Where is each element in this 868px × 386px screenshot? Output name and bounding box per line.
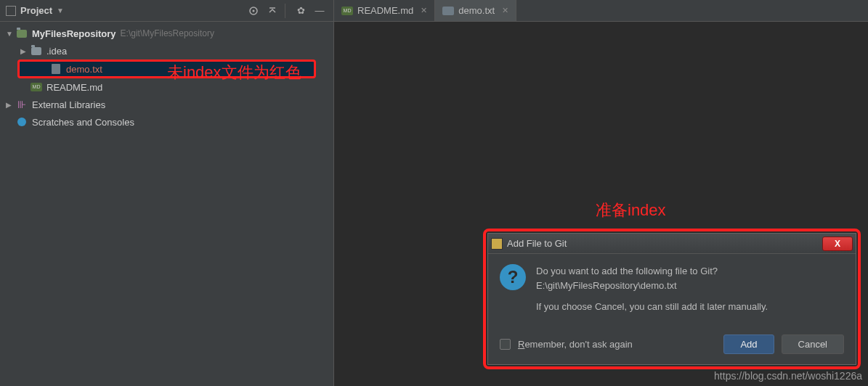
file-icon [50, 63, 62, 75]
dialog-body: ? Do you want to add the following file … [488, 254, 856, 329]
tree-item-label: README.md [46, 82, 102, 93]
watermark: https://blog.csdn.net/woshi1226a [714, 370, 862, 382]
md-file-icon: MD [341, 7, 353, 15]
tree-external-libs[interactable]: ▶ ⊪ External Libraries [0, 96, 333, 113]
tree-scratches[interactable]: ▶ Scratches and Consoles [0, 113, 333, 131]
annotation-right: 准备index [596, 200, 666, 221]
close-tab-icon[interactable]: ✕ [421, 6, 427, 15]
project-folder-icon [16, 28, 28, 39]
dialog-title: Add File to Git [507, 238, 822, 249]
project-panel-title[interactable]: Project [20, 5, 52, 16]
tab-readme[interactable]: MD README.md ✕ [334, 0, 435, 21]
dialog-footer: Remember, don't ask again Add Cancel [488, 329, 856, 364]
tab-demo[interactable]: demo.txt ✕ [435, 0, 516, 21]
dialog-message: Do you want to add the following file to… [536, 264, 768, 321]
file-icon [442, 7, 454, 15]
collapse-icon[interactable] [264, 3, 280, 19]
locate-icon[interactable] [246, 3, 261, 19]
folder-icon [31, 45, 42, 57]
library-icon: ⊪ [16, 99, 28, 110]
dialog-titlebar[interactable]: Add File to Git X [488, 234, 856, 254]
app-icon [491, 238, 503, 250]
tree-root-name: MyFilesRepository [32, 28, 116, 39]
dialog-highlight-frame: Add File to Git X ? Do you want to add t… [483, 229, 861, 369]
expand-arrow-icon[interactable]: ▶ [6, 101, 13, 109]
add-button[interactable]: Add [723, 334, 774, 354]
cancel-button[interactable]: Cancel [782, 334, 844, 354]
tree-item-label: Scratches and Consoles [32, 117, 134, 128]
question-icon: ? [500, 264, 526, 290]
svg-point-1 [253, 9, 255, 12]
remember-checkbox[interactable] [500, 339, 511, 350]
chevron-down-icon[interactable]: ▼ [57, 7, 64, 15]
close-tab-icon[interactable]: ✕ [502, 6, 508, 15]
close-icon[interactable]: X [822, 237, 853, 251]
scratch-icon [16, 116, 28, 128]
project-sidebar: Project ▼ ✿ — ▼ MyFilesRepository E:\git… [0, 0, 334, 386]
add-file-dialog: Add File to Git X ? Do you want to add t… [487, 233, 856, 365]
annotation-left: 未index文件为红色 [167, 62, 301, 83]
md-file-icon: MD [31, 81, 42, 93]
tree-folder-idea[interactable]: ▶ .idea [0, 42, 333, 59]
sidebar-header: Project ▼ ✿ — [0, 0, 333, 22]
remember-label[interactable]: Remember, don't ask again [518, 339, 716, 350]
tree-item-label: External Libraries [32, 99, 105, 110]
expand-arrow-icon[interactable]: ▶ [20, 47, 28, 55]
expand-arrow-icon[interactable]: ▼ [6, 30, 13, 38]
tree-root-path: E:\git\MyFilesRepository [121, 28, 214, 38]
tab-label: demo.txt [458, 5, 495, 16]
gear-icon[interactable]: ✿ [293, 3, 309, 19]
project-panel-icon [6, 6, 16, 16]
tree-item-label: demo.txt [66, 64, 102, 75]
tree-item-label: .idea [46, 46, 67, 57]
tab-label: README.md [357, 5, 413, 16]
minimize-icon[interactable]: — [312, 3, 328, 19]
editor-tabs: MD README.md ✕ demo.txt ✕ [334, 0, 868, 22]
tree-root[interactable]: ▼ MyFilesRepository E:\git\MyFilesReposi… [0, 25, 333, 42]
